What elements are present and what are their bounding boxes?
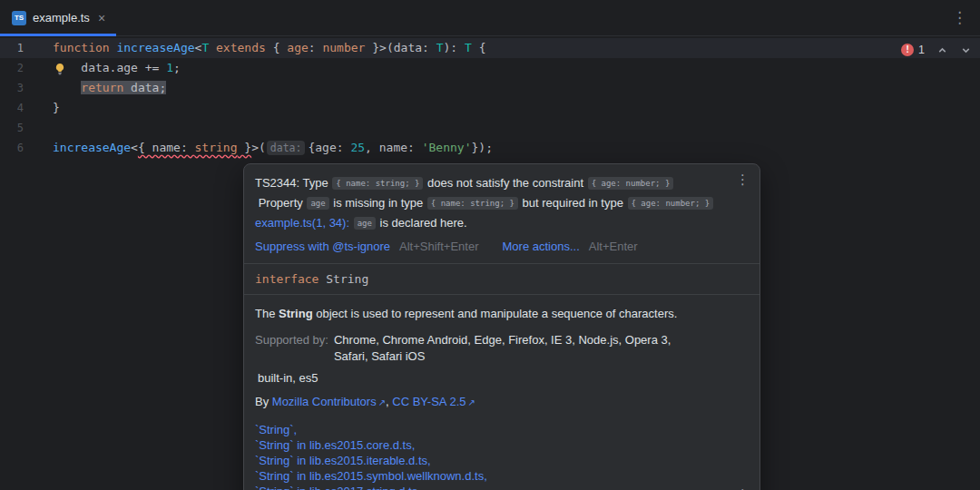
error-actions: Suppress with @ts-ignoreAlt+Shift+EnterM…: [255, 240, 732, 253]
error-section: TS2344: Type { name: string; } does not …: [244, 164, 760, 263]
text-segment: >(: [251, 141, 266, 154]
text-segment: interface: [255, 272, 318, 286]
text-segment: {: [266, 41, 287, 54]
text-segment: age: [287, 41, 308, 54]
text-segment: });: [472, 141, 493, 154]
action: More actions...Alt+Enter: [503, 240, 638, 253]
editor[interactable]: 1function increaseAge<T extends { age: n…: [0, 36, 980, 158]
doc-link[interactable]: `String`,: [255, 422, 732, 437]
text-segment: data;: [123, 81, 166, 94]
code-text: function increaseAge<T extends { age: nu…: [53, 38, 486, 58]
text-segment: number: [322, 41, 365, 54]
text-segment: By: [255, 395, 272, 408]
doc-description: The String object is used to represent a…: [255, 306, 732, 321]
code-text: increaseAge<{ name: string }>(data:{age:…: [53, 138, 493, 158]
text-segment: function: [53, 41, 110, 54]
error-count: 1: [918, 44, 925, 56]
text-segment: 1: [166, 61, 173, 74]
text-segment: [209, 41, 216, 54]
text-segment: data: [394, 41, 422, 54]
tab-example-ts[interactable]: TS example.ts ×: [0, 0, 116, 35]
code-chip: { age: number; }: [628, 197, 714, 210]
text-segment: [53, 81, 81, 94]
external-link-icon: ↗: [467, 397, 475, 407]
doc-link[interactable]: `String` in lib.es2017.string.d.ts: [255, 484, 732, 490]
tab-label: example.ts: [33, 11, 90, 24]
line-number[interactable]: 6: [0, 138, 24, 158]
code-text: data.age += 1;: [53, 58, 181, 78]
text-segment: :: [422, 41, 436, 54]
editor-tab-bar: TS example.ts × ⋮: [0, 0, 980, 36]
text-segment: object is used to represent and manipula…: [313, 307, 678, 320]
text-segment: but required in type: [519, 196, 627, 210]
text-segment: }>(: [365, 41, 393, 54]
code-line[interactable]: 3 return data;: [0, 78, 980, 98]
text-segment: 'Benny': [422, 141, 472, 154]
line-number[interactable]: 5: [0, 118, 24, 138]
code-line[interactable]: 1function increaseAge<T extends { age: n…: [0, 38, 980, 58]
error-rows: TS2344: Type { name: string; } does not …: [255, 173, 732, 233]
line-number[interactable]: 4: [0, 98, 24, 118]
line-number[interactable]: 3: [0, 78, 24, 98]
suppress-action-link[interactable]: Suppress with @ts-ignore: [255, 240, 390, 253]
text-segment: increaseAge: [53, 141, 131, 154]
external-link-icon: ↗: [378, 397, 386, 407]
byline: By Mozilla Contributors↗, CC BY-SA 2.5↗: [255, 394, 732, 410]
error-icon: [901, 44, 914, 56]
text-segment: T: [436, 41, 444, 54]
editor-options-kebab-icon[interactable]: ⋮: [939, 8, 980, 27]
text-segment: }: [53, 101, 60, 114]
doc-link[interactable]: `String` in lib.es2015.core.d.ts,: [255, 437, 732, 453]
code-chip: { name: string; }: [332, 177, 423, 190]
text-segment: does not satisfy the constraint: [424, 176, 586, 190]
intention-bulb-icon[interactable]: [54, 62, 66, 74]
link[interactable]: Mozilla Contributors↗: [272, 395, 386, 408]
code-area: 1function increaseAge<T extends { age: n…: [0, 38, 980, 158]
error-summary[interactable]: 1: [901, 44, 925, 56]
tab-close-icon[interactable]: ×: [98, 11, 105, 25]
code-chip: age: [307, 197, 328, 210]
text-segment: 25: [350, 141, 365, 154]
text-segment: }: [238, 141, 252, 154]
code-line[interactable]: 2 data.age += 1;: [0, 58, 980, 78]
text-segment: {age:: [308, 141, 350, 154]
text-segment: TS2344: Type: [255, 176, 331, 190]
text-segment: String: [279, 307, 313, 320]
text-segment: is declared here.: [377, 216, 467, 230]
inspection-widget[interactable]: 1: [901, 41, 972, 59]
text-segment: ;: [173, 61, 181, 74]
link[interactable]: CC BY-SA 2.5↗: [392, 395, 475, 408]
supported-by-values: Chrome, Chrome Android, Edge, Firefox, I…: [334, 332, 671, 365]
text-segment: [349, 216, 353, 230]
link[interactable]: example.ts(1, 34):: [255, 216, 349, 230]
text-segment: T: [465, 41, 472, 54]
supported-by-line: Chrome, Chrome Android, Edge, Firefox, I…: [334, 332, 671, 348]
code-line[interactable]: 6increaseAge<{ name: string }>(data:{age…: [0, 138, 980, 158]
code-line[interactable]: 5: [0, 118, 980, 138]
text-segment: data.age +=: [53, 61, 166, 74]
previous-problem-chevron-up-icon[interactable]: [936, 44, 948, 56]
supported-by-label: Supported by:: [255, 332, 328, 365]
text-segment: String: [318, 272, 368, 286]
doc-link[interactable]: `String` in lib.es2015.symbol.wellknown.…: [255, 468, 732, 484]
text-segment: The: [255, 307, 279, 320]
text-segment: :: [309, 41, 323, 54]
code-line[interactable]: 4}: [0, 98, 980, 118]
text-segment: string: [195, 141, 238, 154]
error-options-kebab-icon[interactable]: ⋮: [736, 172, 750, 186]
line-number[interactable]: 1: [0, 38, 24, 58]
signature: interface String: [244, 264, 760, 294]
line-number[interactable]: 2: [0, 58, 24, 78]
error-doc-popup: TS2344: Type { name: string; } does not …: [243, 163, 760, 490]
shortcut-hint: Alt+Enter: [589, 240, 638, 253]
code-text: return data;: [53, 78, 166, 98]
text-segment: is missing in type: [330, 196, 426, 210]
doc-link[interactable]: `String` in lib.es2015.iterable.d.ts,: [255, 453, 732, 468]
text-segment: <: [131, 141, 138, 154]
code-text: }: [53, 98, 60, 118]
more-actions-link[interactable]: More actions...: [503, 240, 580, 253]
next-problem-chevron-down-icon[interactable]: [960, 44, 972, 56]
error-row: Property age is missing in type { name: …: [255, 193, 732, 213]
code-chip: age: [354, 217, 376, 230]
action: Suppress with @ts-ignoreAlt+Shift+Enter: [255, 240, 479, 253]
